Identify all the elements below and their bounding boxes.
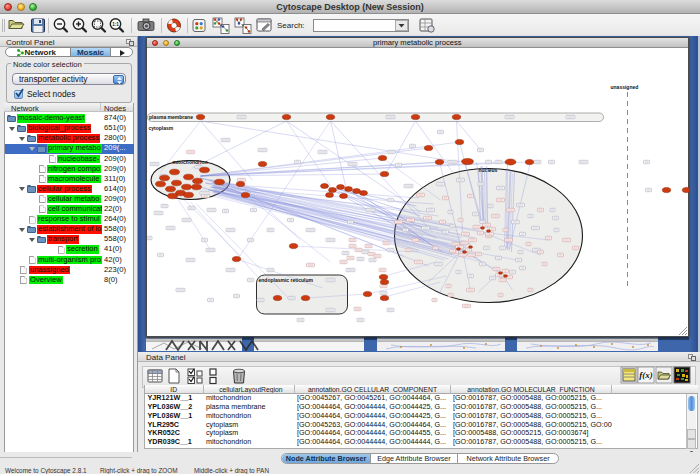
svg-text:mitochondrion: mitochondrion: [172, 159, 207, 165]
svg-text:cytoplasm: cytoplasm: [148, 125, 173, 131]
svg-text:endoplasmic reticulum: endoplasmic reticulum: [258, 277, 313, 283]
svg-text:1:1: 1:1: [112, 22, 119, 27]
svg-text:unassigned: unassigned: [610, 84, 638, 90]
svg-text:Search:: Search:: [277, 21, 305, 30]
svg-text:plasma membrane: plasma membrane: [149, 114, 193, 120]
svg-text:f(x): f(x): [639, 370, 653, 380]
